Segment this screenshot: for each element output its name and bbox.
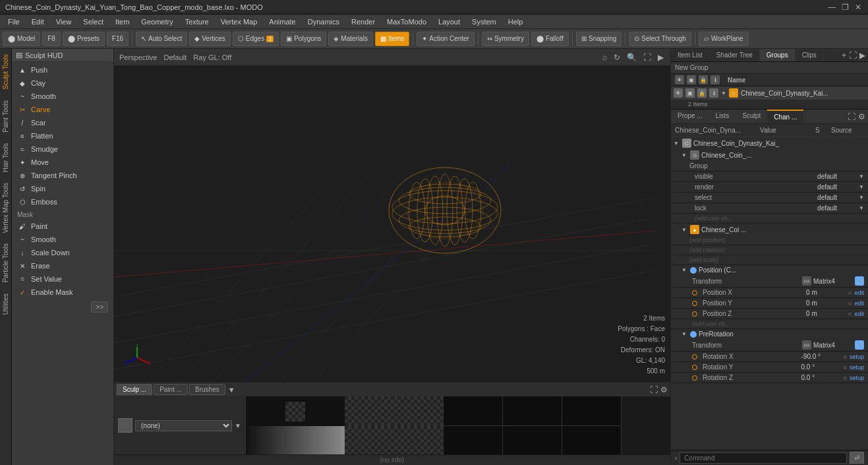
tool-carve[interactable]: ✂ Carve — [12, 103, 113, 116]
tree-root[interactable]: ▼ C Chinese_Coin_Dynasty_Kai_ — [671, 137, 868, 149]
tool-tangent-pinch[interactable]: ⊕ Tangent Pinch — [12, 169, 113, 182]
rot-y-setup[interactable]: setup — [850, 364, 864, 371]
rot-x-radio[interactable]: ○ — [844, 354, 847, 360]
prop-select[interactable]: select default ▼ — [671, 193, 868, 203]
vp-rotate-button[interactable]: ↻ — [612, 51, 622, 63]
tex-preview-checker2[interactable] — [345, 426, 444, 454]
pos-z-radio[interactable]: ○ — [848, 311, 852, 317]
menu-file[interactable]: File — [3, 16, 25, 27]
cmd-input[interactable] — [680, 452, 847, 464]
prop-pos-z[interactable]: Position Z 0 m ○ edit — [671, 309, 868, 319]
prop-render[interactable]: render default ▼ — [671, 182, 868, 193]
menu-help[interactable]: Help — [503, 16, 529, 27]
tex-preview-grad[interactable] — [246, 426, 345, 454]
tree-group[interactable]: ▼ G Chinese_Coin_... — [671, 149, 868, 161]
swatch-dropdown-btn[interactable]: ▼ — [235, 422, 241, 429]
items-button[interactable]: ▦ Items — [375, 32, 409, 46]
close-button[interactable]: ✕ — [854, 3, 863, 12]
vtab-particle[interactable]: Particle Tools — [0, 238, 11, 288]
tool-push[interactable]: ▲ Push — [12, 63, 113, 77]
pos-y-edit[interactable]: edit — [854, 300, 864, 307]
icon-render[interactable]: ▣ — [687, 75, 696, 84]
bottom-settings-button[interactable]: ⚙ — [660, 385, 668, 394]
vtab-paint[interactable]: Paint Tools — [0, 95, 11, 138]
props-expand-button[interactable]: ⛶ — [848, 112, 855, 121]
rot-z-setup[interactable]: setup — [850, 375, 864, 381]
prop-pos-y[interactable]: Position Y 0 m ○ edit — [671, 298, 868, 309]
menu-maxtomodo[interactable]: MaxToModo — [382, 16, 432, 27]
prop-rot-z[interactable]: Rotation Z 0.0 ° ○ setup — [671, 373, 868, 383]
prop-rot-y[interactable]: Rotation Y 0.0 ° ○ setup — [671, 362, 868, 373]
icon-lock[interactable]: 🔒 — [699, 75, 708, 84]
vtab-vertex-map[interactable]: Vertex Map Tools — [0, 177, 11, 239]
menu-geometry[interactable]: Geometry — [136, 16, 178, 27]
visible-dropdown-icon[interactable]: ▼ — [859, 173, 864, 179]
polygons-button[interactable]: ▣ Polygons — [281, 32, 326, 46]
tree-position-c[interactable]: ▼ Position (C... — [671, 265, 868, 275]
rtab-expand-button[interactable]: ⛶ — [849, 51, 857, 60]
rtab-add-button[interactable]: + — [842, 51, 846, 60]
cmd-submit-button[interactable]: ⏎ — [850, 452, 864, 464]
prop-visible[interactable]: visible default ▼ — [671, 171, 868, 182]
tool-clay[interactable]: ◆ Clay — [12, 77, 113, 90]
edges-button[interactable]: ⬡ Edges 2 — [233, 32, 279, 46]
vp-search-button[interactable]: 🔍 — [625, 51, 638, 63]
rtab-menu-button[interactable]: ▶ — [859, 51, 865, 60]
brush-thumb-3[interactable] — [562, 396, 622, 426]
snapping-button[interactable]: ⊞ Snapping — [576, 32, 622, 46]
tool-emboss[interactable]: ⬡ Emboss — [12, 195, 113, 208]
menu-item[interactable]: Item — [110, 16, 134, 27]
viewport[interactable]: X Z Y 2 Items Polygons : Face Channels: … — [114, 66, 670, 382]
select-through-button[interactable]: ⊙ Select Through — [629, 32, 691, 46]
tool-scale-down[interactable]: ↓ Scale Down — [12, 246, 113, 259]
vp-home-button[interactable]: ⌂ — [601, 51, 608, 63]
pre-matrix-link[interactable]: 🔗 — [855, 340, 864, 350]
tool-set-value[interactable]: = Set Value — [12, 272, 113, 286]
brush-thumb-5[interactable] — [503, 426, 562, 454]
presets-button[interactable]: ⬤ Presets — [63, 32, 105, 46]
pos-x-edit[interactable]: edit — [854, 290, 864, 296]
menu-edit[interactable]: Edit — [26, 16, 49, 27]
vp-menu-button[interactable]: ▶ — [656, 51, 665, 63]
bottom-tab-brushes[interactable]: Brushes — [189, 384, 225, 395]
rtab-shader-tree[interactable]: Shader Tree — [710, 49, 760, 61]
menu-dynamics[interactable]: Dynamics — [303, 16, 345, 27]
menu-vertex-map[interactable]: Vertex Map — [216, 16, 263, 27]
bottom-tab-paint[interactable]: Paint ... — [154, 384, 188, 395]
falloff-button[interactable]: ⬤ Falloff — [531, 32, 569, 46]
brushes-dropdown[interactable]: ▼ — [228, 386, 235, 394]
menu-render[interactable]: Render — [346, 16, 380, 27]
tool-smudge[interactable]: ≈ Smudge — [12, 142, 113, 156]
auto-select-button[interactable]: ↖ Auto Select — [136, 32, 187, 46]
vp-maximize-button[interactable]: ⛶ — [642, 51, 652, 63]
render-dropdown-icon[interactable]: ▼ — [859, 184, 864, 190]
menu-animate[interactable]: Animate — [264, 16, 301, 27]
prop-pos-x[interactable]: Position X 0 m ○ edit — [671, 288, 868, 298]
tex-preview-checker[interactable] — [345, 396, 444, 426]
tex-preview-dark[interactable] — [246, 396, 345, 426]
props-tab-channels[interactable]: Chan ... — [767, 109, 803, 123]
tree-mesh[interactable]: ▼ ▲ Chinese_Coi ... — [671, 224, 868, 235]
menu-layout[interactable]: Layout — [433, 16, 465, 27]
prop-lock[interactable]: lock default ▼ — [671, 203, 868, 214]
prop-rot-x[interactable]: Rotation X -90.0 ° ○ setup — [671, 352, 868, 362]
maximize-button[interactable]: ❐ — [840, 3, 850, 12]
tree-pre-rotation[interactable]: ▼ PreRotation — [671, 329, 868, 339]
bottom-expand-button[interactable]: ⛶ — [650, 385, 658, 394]
swatch-box[interactable] — [118, 418, 132, 433]
swatch-select[interactable]: (none) — [135, 420, 232, 431]
menu-view[interactable]: View — [51, 16, 77, 27]
brush-thumb-6[interactable] — [562, 426, 622, 454]
props-tab-sculpt[interactable]: Sculpt — [736, 109, 767, 123]
select-dropdown-icon[interactable]: ▼ — [859, 195, 864, 201]
pos-y-radio[interactable]: ○ — [848, 300, 852, 307]
lock-dropdown-icon[interactable]: ▼ — [859, 205, 864, 211]
props-tab-lists[interactable]: Lists — [709, 109, 736, 123]
tool-enable-mask[interactable]: ✓ Enable Mask — [12, 286, 113, 299]
item-row-main[interactable]: 👁 ▣ 🔒 ℹ ▼ G Chinese_Coin_Dynasty_Kai... — [671, 86, 868, 100]
brush-thumb-2[interactable] — [503, 396, 562, 426]
workplane-button[interactable]: ▱ WorkPlane — [699, 32, 749, 46]
materials-button[interactable]: ◈ Materials — [328, 32, 373, 46]
brush-thumb-1[interactable] — [444, 396, 503, 426]
icon-vis[interactable]: 👁 — [675, 75, 684, 84]
